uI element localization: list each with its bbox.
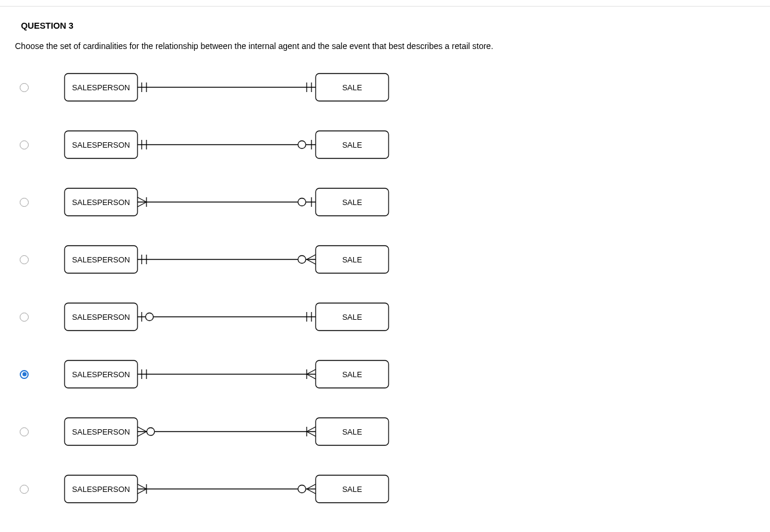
radio-cell bbox=[20, 485, 56, 494]
svg-line-52 bbox=[307, 427, 316, 432]
svg-line-17 bbox=[138, 197, 146, 202]
radio-button[interactable] bbox=[20, 313, 29, 322]
entity-right-label: SALE bbox=[342, 313, 362, 322]
radio-button[interactable] bbox=[20, 427, 29, 436]
svg-point-27 bbox=[298, 256, 306, 264]
radio-button[interactable] bbox=[20, 485, 29, 494]
cardinality-diagram: SALESPERSON SALE bbox=[56, 130, 390, 160]
svg-line-49 bbox=[138, 432, 146, 436]
svg-point-34 bbox=[146, 313, 154, 321]
option-row[interactable]: SALESPERSON SALE bbox=[20, 68, 755, 107]
options-list: SALESPERSON SALE SALESPERSON SALE bbox=[20, 68, 755, 509]
entity-left-label: SALESPERSON bbox=[72, 83, 130, 92]
option-row[interactable]: SALESPERSON SALE bbox=[20, 182, 755, 222]
entity-left-label: SALESPERSON bbox=[72, 427, 130, 436]
entity-left-label: SALESPERSON bbox=[72, 370, 130, 379]
svg-point-60 bbox=[298, 485, 306, 493]
option-row[interactable]: SALESPERSON SALE bbox=[20, 412, 755, 451]
svg-point-50 bbox=[147, 428, 155, 436]
svg-line-58 bbox=[138, 489, 146, 494]
entity-right-label: SALE bbox=[342, 83, 362, 92]
svg-point-12 bbox=[298, 141, 306, 149]
entity-left-label: SALESPERSON bbox=[72, 140, 130, 149]
radio-button[interactable] bbox=[20, 255, 29, 264]
cardinality-diagram: SALESPERSON SALE bbox=[56, 302, 390, 332]
entity-right-label: SALE bbox=[342, 140, 362, 149]
cardinality-diagram: SALESPERSON SALE bbox=[56, 72, 390, 102]
svg-line-62 bbox=[307, 489, 316, 494]
question-prompt: Choose the set of cardinalities for the … bbox=[15, 41, 755, 51]
option-row[interactable]: SALESPERSON SALE bbox=[20, 297, 755, 337]
radio-button[interactable] bbox=[20, 198, 29, 207]
entity-right-label: SALE bbox=[342, 485, 362, 494]
cardinality-diagram: SALESPERSON SALE bbox=[56, 417, 390, 447]
radio-cell bbox=[20, 198, 56, 207]
svg-line-57 bbox=[138, 484, 146, 489]
radio-cell bbox=[20, 140, 56, 149]
option-row[interactable]: SALESPERSON SALE bbox=[20, 354, 755, 394]
radio-button[interactable] bbox=[20, 140, 29, 149]
entity-right-label: SALE bbox=[342, 427, 362, 436]
cardinality-diagram: SALESPERSON SALE bbox=[56, 244, 390, 274]
radio-button[interactable] bbox=[20, 83, 29, 92]
cardinality-diagram: SALESPERSON SALE bbox=[56, 359, 390, 389]
svg-line-53 bbox=[307, 432, 316, 436]
question-block: QUESTION 3 Choose the set of cardinaliti… bbox=[0, 7, 770, 532]
svg-line-48 bbox=[138, 427, 146, 432]
svg-point-20 bbox=[298, 198, 306, 206]
entity-right-label: SALE bbox=[342, 370, 362, 379]
entity-right-label: SALE bbox=[342, 198, 362, 207]
option-row[interactable]: SALESPERSON SALE bbox=[20, 125, 755, 164]
page: QUESTION 3 Choose the set of cardinaliti… bbox=[0, 0, 770, 532]
entity-right-label: SALE bbox=[342, 255, 362, 264]
option-row[interactable]: SALESPERSON SALE bbox=[20, 469, 755, 509]
cardinality-diagram: SALESPERSON SALE bbox=[56, 474, 390, 504]
radio-cell bbox=[20, 313, 56, 322]
svg-line-43 bbox=[307, 369, 316, 374]
top-divider bbox=[0, 0, 770, 7]
entity-left-label: SALESPERSON bbox=[72, 198, 130, 207]
entity-left-label: SALESPERSON bbox=[72, 255, 130, 264]
radio-button[interactable] bbox=[20, 370, 29, 379]
svg-line-29 bbox=[307, 259, 316, 264]
option-row[interactable]: SALESPERSON SALE bbox=[20, 240, 755, 279]
svg-line-18 bbox=[138, 202, 146, 207]
svg-line-44 bbox=[307, 374, 316, 379]
radio-cell bbox=[20, 255, 56, 264]
cardinality-diagram: SALESPERSON SALE bbox=[56, 187, 390, 217]
svg-line-28 bbox=[307, 255, 316, 259]
entity-left-label: SALESPERSON bbox=[72, 313, 130, 322]
entity-left-label: SALESPERSON bbox=[72, 485, 130, 494]
svg-line-61 bbox=[307, 484, 316, 489]
radio-cell bbox=[20, 83, 56, 92]
radio-cell bbox=[20, 370, 56, 379]
question-title: QUESTION 3 bbox=[21, 21, 755, 30]
radio-cell bbox=[20, 427, 56, 436]
